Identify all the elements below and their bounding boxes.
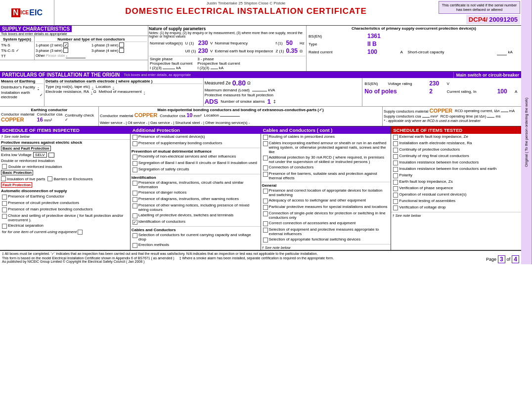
tested-item: Operation of residual current device(s) [391, 192, 521, 198]
measured-ze-label: Measured Ze [205, 81, 231, 85]
sched-inspected-item: Presence of Earthing Conductor [0, 194, 130, 200]
phase-3-4wire: 3-phase (4 wire) [91, 48, 147, 53]
add-prot-item: Presence of residual current device(s) [131, 134, 261, 140]
cables-see-note: † See note below [261, 244, 391, 250]
page-label: Page [486, 257, 496, 262]
freq-unit: Hz [299, 39, 306, 47]
earthing-conductor: Earthing conductor Conductor material CO… [0, 107, 99, 126]
tested-items: External earth fault loop impedance, ZeI… [391, 134, 521, 211]
basic-fault-protection-label: Basic and Fault Protection [1, 146, 51, 151]
rated-val: 100 [367, 48, 399, 55]
extra-low-voltage-row: Extra low Voltage SELV [0, 152, 130, 158]
single-phase-area: Single phase Prospective fault current I… [150, 57, 192, 70]
ms-voltage-val: 230 [429, 80, 445, 87]
prospective-label: Prospective fault current [150, 61, 192, 66]
three-phase-prospective: Prospective fault current [197, 61, 240, 66]
header-right: This certificate is not valid if the ser… [438, 0, 521, 25]
bonding-services: Water service - | Oil service - | Gas se… [100, 121, 250, 125]
schedule-inspected-items: Presence of Earthing ConductorPresence o… [0, 194, 130, 229]
bonding-csa: Conductor csa 10 mm² [160, 112, 201, 118]
tested-item: Insulation resistance between live condu… [391, 160, 521, 166]
cert-number-area: DCP4/ 20091205 [466, 15, 520, 24]
ms-current-unit: A [515, 88, 519, 95]
type-label: Type [309, 40, 366, 47]
general-title: General [261, 182, 391, 188]
other-phase: Other Please state - [36, 53, 147, 58]
sched-inspected-item: Presence of main protective bonding cond… [0, 206, 130, 213]
add-prot-item: Presence of supplementary bonding conduc… [131, 140, 261, 147]
earthing-title: Means of Earthing [1, 79, 43, 84]
main-area: N ICE EIC Justin Timberlake 25 Shipton C… [0, 0, 521, 264]
prevention-item: Proximity of non-electrical services and… [131, 154, 261, 160]
sched-inspected-item: Choice and setting of protective device … [0, 213, 130, 223]
tested-item: Polarity [391, 172, 521, 179]
general-item: Selection of equipment and protective me… [261, 227, 391, 237]
cables-cont-col: Cables and Conductors ( cont ) Routing o… [261, 126, 392, 250]
bonding-csa-val: 10 [186, 112, 192, 118]
bonding-area: Main equipotential bonding conductors an… [99, 107, 383, 126]
auto-disconnection-label: Automatic disconnection of supply [0, 188, 130, 194]
ze-label: Z (1) [274, 47, 285, 55]
bonding-material: Conductor material COPPER [100, 112, 157, 118]
measured-ze-unit: Ω [247, 81, 251, 85]
earthing-conductor-title: Earthing conductor [1, 108, 97, 112]
short-circuit-val [497, 48, 507, 55]
supply-char-panel: SUPPLY CHARACTERISTICS Tick boxes and en… [0, 26, 148, 71]
electrode-location: Location - [96, 84, 114, 89]
earthing-conductor-row: Earthing conductor Conductor material CO… [0, 106, 521, 126]
measured-ze-val: 0.80 [232, 79, 246, 87]
cables-cont-item: Presence of fire barriers, suitable seal… [261, 171, 391, 181]
earth-electrode-details: Details of installation earth electrode … [44, 78, 204, 106]
double-insulation-item-row: Double or reinforced insulation [0, 163, 130, 169]
supply-header: SUPPLY CHARACTERISTICS [0, 26, 72, 32]
short-circuit-label: Short-circuit capacity [407, 48, 496, 55]
u0-unit: V [209, 47, 214, 55]
supply-tick-note: Tick boxes and enter details as appropri… [0, 32, 148, 36]
smoke-alarms-val: 1 [267, 98, 270, 105]
selv-checkbox [48, 153, 54, 158]
identification-item: Presence of diagrams, instructions, othe… [131, 196, 261, 202]
freq-val: 50 [285, 39, 299, 47]
rated-label: Rated current [309, 48, 366, 55]
footer-notes: ‡ All boxes must be completed. '✓' indic… [2, 252, 486, 263]
footer-note1: ‡ All boxes must be completed. '✓' indic… [2, 252, 486, 256]
cables-conductors-title: Cables and Conductors [131, 226, 261, 232]
tested-item: External earth fault loop impedance, Ze [391, 134, 521, 140]
cables-cont-item: Cables incorporating earthed armour or s… [261, 140, 391, 155]
nature-panel: Nature of supply parameters Notes: (1) b… [148, 26, 307, 71]
general-item: Presence and correct location of appropr… [261, 188, 391, 198]
particulars-tick-note: Tick boxes and enter details, as appropr… [122, 73, 453, 77]
footer-note2: This form is based on the model Electric… [2, 256, 175, 260]
supply-material-val: COPPER [430, 108, 452, 114]
supply-conductors-material: Supply conductors material COPPER [384, 108, 452, 114]
rcd-operating-time: RCD operating time (at IΔn) ms [441, 114, 501, 119]
tested-header: SCHEDULE OF ITEMS TESTED [391, 126, 521, 134]
ms-voltage-unit: V [447, 80, 496, 87]
single-phase-unit: kA [176, 66, 180, 70]
barriers-checkbox [47, 176, 52, 181]
bsen-label: BS(EN) [309, 33, 366, 40]
page-of: of [507, 257, 511, 262]
additional-protection-col: Additional Protection Presence of residu… [131, 126, 261, 250]
electrode-method: Method of measurement - [99, 89, 145, 94]
electrode-type: Type (eg rod(s), tape etc) - [45, 84, 93, 89]
ze-val: 0.35 [285, 47, 299, 55]
page-num: 3 [498, 255, 505, 263]
general-item: Particular protective measures for speci… [261, 204, 391, 210]
bonding-material-val: COPPER [134, 112, 157, 118]
page-total: 4 [512, 255, 519, 263]
dcp-label: DCP4/ [469, 16, 488, 23]
u1-val: 230 [197, 39, 209, 47]
general-item: Adequacy of access to switchgear and oth… [261, 198, 391, 204]
header-center: Justin Timberlake 25 Shipton Close C Pis… [54, 0, 438, 25]
system-type-label: System type(s) [1, 37, 33, 42]
ms-bsen-label: BS(EN) [364, 80, 387, 87]
logo: N ICE EIC [11, 8, 43, 17]
identification-item: ✓Identification of conductors [131, 219, 261, 225]
tested-item: Insulation resistance between live condu… [391, 166, 521, 172]
rcd-note: * - applicable only where an RCD is used… [384, 119, 520, 122]
particulars-header: PARTICULARS OF INSTALLATION AT THE ORIGI… [0, 72, 122, 78]
ms-no-poles-val: No of poles [364, 88, 428, 95]
three-phase-area: 3 - phase Prospective fault current I (2… [197, 57, 240, 70]
supply-section: SUPPLY CHARACTERISTICS Tick boxes and en… [0, 26, 521, 72]
